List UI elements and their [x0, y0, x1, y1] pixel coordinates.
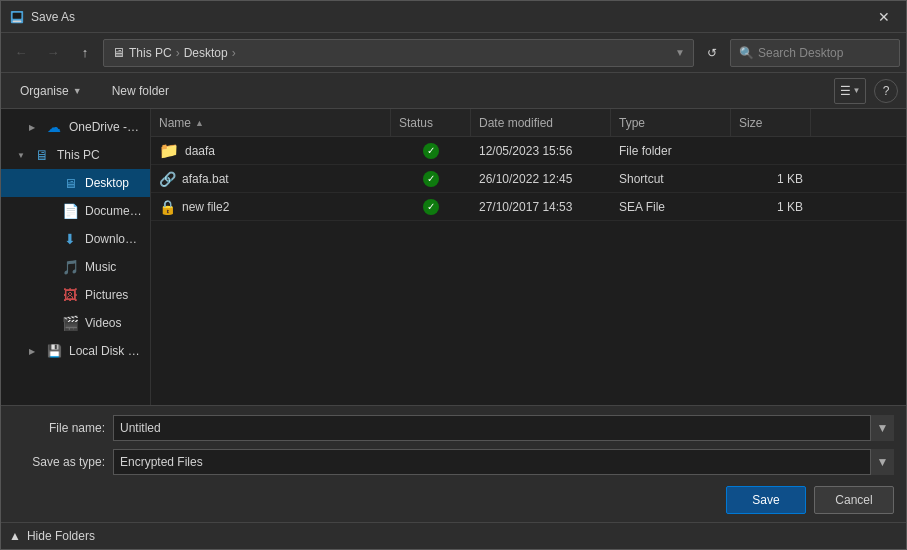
- hide-folders-row[interactable]: ▲ Hide Folders: [1, 522, 906, 549]
- local-disk-icon: 💾: [45, 344, 63, 358]
- crumb-this-pc[interactable]: This PC: [129, 46, 172, 60]
- table-row[interactable]: 🔗 afafa.bat ✓ 26/10/2022 12:45 Shortcut …: [151, 165, 906, 193]
- file-cell-type: Shortcut: [611, 165, 731, 192]
- filetype-label: Save as type:: [13, 455, 113, 469]
- bottom-section: File name: ▼ Save as type: ▼ Save Cancel: [1, 405, 906, 522]
- filename-dropdown-arrow[interactable]: ▼: [870, 415, 894, 441]
- status-check-icon: ✓: [423, 143, 439, 159]
- file-cell-date: 27/10/2017 14:53: [471, 193, 611, 220]
- svg-rect-1: [13, 12, 22, 18]
- header-type[interactable]: Type: [611, 109, 731, 136]
- file-cell-name: 🔒 new file2: [151, 193, 391, 220]
- filetype-dropdown-arrow[interactable]: ▼: [870, 449, 894, 475]
- sidebar-item-local-disk[interactable]: ▶ 💾 Local Disk (C:): [1, 337, 150, 365]
- sidebar-item-desktop[interactable]: 🖥 Desktop: [1, 169, 150, 197]
- this-pc-icon: 🖥: [33, 147, 51, 163]
- sea-file-icon: 🔒: [159, 199, 176, 215]
- search-icon: 🔍: [739, 46, 754, 60]
- filetype-input-wrapper: ▼: [113, 449, 894, 475]
- filename-label: File name:: [13, 421, 113, 435]
- sidebar-item-downloads[interactable]: ⬇ Downloads: [1, 225, 150, 253]
- hide-folders-label: Hide Folders: [27, 529, 95, 543]
- file-cell-size: 1 KB: [731, 193, 811, 220]
- videos-icon: 🎬: [61, 315, 79, 331]
- filename-input-wrapper: ▼: [113, 415, 894, 441]
- folder-icon: 📁: [159, 141, 179, 160]
- actions-row: Organise ▼ New folder ☰ ▼ ?: [1, 73, 906, 109]
- expand-arrow-onedrive: ▶: [29, 123, 39, 132]
- header-date[interactable]: Date modified: [471, 109, 611, 136]
- svg-rect-2: [13, 20, 22, 22]
- sidebar: ▶ ☁ OneDrive - Perso ▼ 🖥 This PC 🖥 Deskt…: [1, 109, 151, 405]
- sidebar-item-this-pc[interactable]: ▼ 🖥 This PC: [1, 141, 150, 169]
- dialog-icon: [9, 9, 25, 25]
- onedrive-icon: ☁: [45, 119, 63, 135]
- address-dropdown-arrow[interactable]: ▼: [675, 47, 685, 58]
- expand-arrow-local-disk: ▶: [29, 347, 39, 356]
- view-icon: ☰: [840, 84, 851, 98]
- main-area: ▶ ☁ OneDrive - Perso ▼ 🖥 This PC 🖥 Deskt…: [1, 109, 906, 405]
- new-folder-button[interactable]: New folder: [101, 78, 180, 104]
- table-row[interactable]: 📁 daafa ✓ 12/05/2023 15:56 File folder: [151, 137, 906, 165]
- sidebar-label-this-pc: This PC: [57, 148, 142, 162]
- view-dropdown-icon: ▼: [853, 86, 861, 95]
- file-cell-status: ✓: [391, 193, 471, 220]
- sidebar-item-pictures[interactable]: 🖼 Pictures: [1, 281, 150, 309]
- help-button[interactable]: ?: [874, 79, 898, 103]
- status-check-icon: ✓: [423, 171, 439, 187]
- header-name[interactable]: Name ▲: [151, 109, 391, 136]
- cancel-button[interactable]: Cancel: [814, 486, 894, 514]
- sidebar-label-onedrive: OneDrive - Perso: [69, 120, 142, 134]
- sidebar-label-local-disk: Local Disk (C:): [69, 344, 142, 358]
- file-cell-status: ✓: [391, 165, 471, 192]
- crumb-desktop[interactable]: Desktop: [184, 46, 228, 60]
- button-row: Save Cancel: [13, 486, 894, 514]
- desktop-icon: 🖥: [61, 176, 79, 191]
- file-cell-date: 12/05/2023 15:56: [471, 137, 611, 164]
- sidebar-label-downloads: Downloads: [85, 232, 142, 246]
- sidebar-item-videos[interactable]: 🎬 Videos: [1, 309, 150, 337]
- organise-dropdown-icon: ▼: [73, 86, 82, 96]
- up-button[interactable]: ↑: [71, 39, 99, 67]
- expand-arrow-this-pc: ▼: [17, 151, 27, 160]
- sidebar-label-desktop: Desktop: [85, 176, 142, 190]
- file-area: Name ▲ Status Date modified Type Size: [151, 109, 906, 405]
- filetype-input[interactable]: [113, 449, 894, 475]
- sidebar-label-pictures: Pictures: [85, 288, 142, 302]
- sidebar-item-documents[interactable]: 📄 Documents: [1, 197, 150, 225]
- header-status[interactable]: Status: [391, 109, 471, 136]
- file-cell-type: SEA File: [611, 193, 731, 220]
- filename-row: File name: ▼: [13, 414, 894, 442]
- back-button[interactable]: ←: [7, 39, 35, 67]
- filename-input[interactable]: [113, 415, 894, 441]
- organise-button[interactable]: Organise ▼: [9, 78, 93, 104]
- sidebar-item-music[interactable]: 🎵 Music: [1, 253, 150, 281]
- forward-button[interactable]: →: [39, 39, 67, 67]
- sort-arrow-name: ▲: [195, 118, 204, 128]
- file-cell-name: 🔗 afafa.bat: [151, 165, 391, 192]
- file-cell-size: 1 KB: [731, 165, 811, 192]
- close-button[interactable]: ✕: [870, 3, 898, 31]
- header-size[interactable]: Size: [731, 109, 811, 136]
- refresh-button[interactable]: ↺: [698, 39, 726, 67]
- pictures-icon: 🖼: [61, 287, 79, 303]
- address-computer-icon: 🖥: [112, 45, 125, 60]
- sidebar-label-videos: Videos: [85, 316, 142, 330]
- title-bar: Save As ✕: [1, 1, 906, 33]
- organise-label: Organise: [20, 84, 69, 98]
- sidebar-label-documents: Documents: [85, 204, 142, 218]
- chevron-left-icon: ▲: [9, 529, 21, 543]
- address-bar[interactable]: 🖥 This PC › Desktop › ▼: [103, 39, 694, 67]
- search-input[interactable]: [758, 46, 891, 60]
- save-button[interactable]: Save: [726, 486, 806, 514]
- music-icon: 🎵: [61, 259, 79, 275]
- search-box: 🔍: [730, 39, 900, 67]
- file-cell-name: 📁 daafa: [151, 137, 391, 164]
- file-cell-status: ✓: [391, 137, 471, 164]
- address-toolbar: ← → ↑ 🖥 This PC › Desktop › ▼ ↺ 🔍: [1, 33, 906, 73]
- table-row[interactable]: 🔒 new file2 ✓ 27/10/2017 14:53 SEA File …: [151, 193, 906, 221]
- sidebar-item-onedrive[interactable]: ▶ ☁ OneDrive - Perso: [1, 113, 150, 141]
- file-cell-size: [731, 137, 811, 164]
- view-button[interactable]: ☰ ▼: [834, 78, 866, 104]
- address-crumb: This PC › Desktop ›: [129, 46, 238, 60]
